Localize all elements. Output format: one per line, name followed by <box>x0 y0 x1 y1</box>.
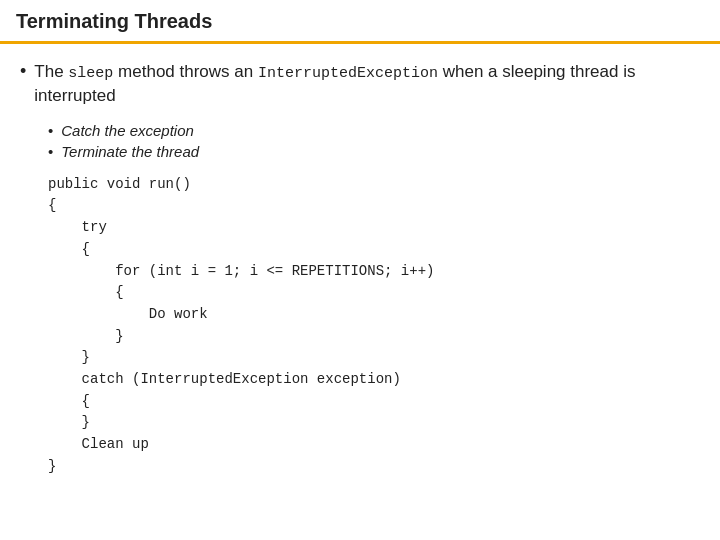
main-bullet-dot: • <box>20 61 26 82</box>
main-bullet: • The sleep method throws an Interrupted… <box>20 60 700 108</box>
content-area: • The sleep method throws an Interrupted… <box>0 44 720 487</box>
code-line-3: { <box>48 239 700 261</box>
sub-bullets: • Catch the exception • Terminate the th… <box>48 122 700 160</box>
slide-title: Terminating Threads <box>16 10 704 33</box>
sub-bullet-text-2: Terminate the thread <box>61 143 199 160</box>
code-line-0: public void run() <box>48 174 700 196</box>
code-line-1: { <box>48 195 700 217</box>
sub-bullet-1: • Catch the exception <box>48 122 700 139</box>
sub-bullet-2: • Terminate the thread <box>48 143 700 160</box>
code-line-13: } <box>48 456 700 478</box>
sub-bullet-text-1: Catch the exception <box>61 122 194 139</box>
code-interrupted-exception: InterruptedException <box>258 65 438 82</box>
code-sleep: sleep <box>68 65 113 82</box>
code-line-8: } <box>48 347 700 369</box>
code-line-10: { <box>48 391 700 413</box>
code-line-6: Do work <box>48 304 700 326</box>
title-bar: Terminating Threads <box>0 0 720 44</box>
sub-bullet-dot-1: • <box>48 122 53 139</box>
code-line-2: try <box>48 217 700 239</box>
code-line-9: catch (InterruptedException exception) <box>48 369 700 391</box>
sub-bullet-dot-2: • <box>48 143 53 160</box>
main-bullet-text: The sleep method throws an InterruptedEx… <box>34 60 700 108</box>
slide-container: Terminating Threads • The sleep method t… <box>0 0 720 540</box>
code-line-7: } <box>48 326 700 348</box>
code-block: public void run() { try { for (int i = 1… <box>48 174 700 478</box>
code-line-5: { <box>48 282 700 304</box>
code-line-12: Clean up <box>48 434 700 456</box>
code-line-11: } <box>48 412 700 434</box>
code-line-4: for (int i = 1; i <= REPETITIONS; i++) <box>48 261 700 283</box>
